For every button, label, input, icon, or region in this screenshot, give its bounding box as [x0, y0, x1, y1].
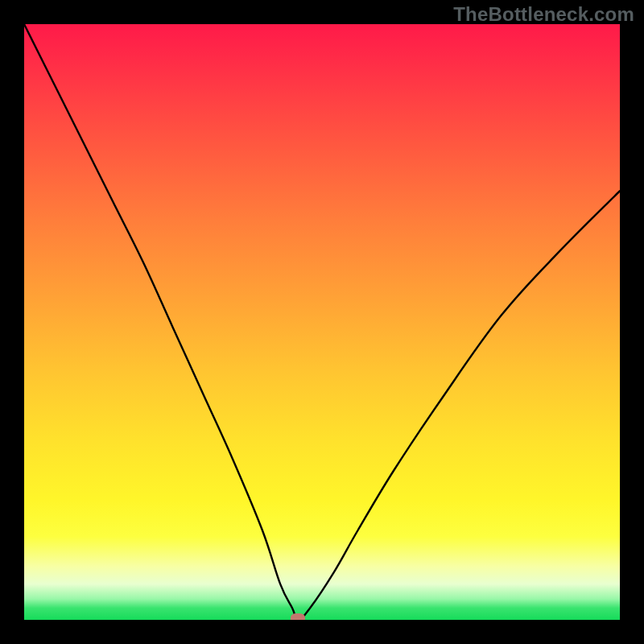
optimal-point-marker — [291, 613, 305, 620]
watermark-text: TheBottleneck.com — [453, 3, 634, 26]
chart-plot-area — [24, 24, 620, 620]
bottleneck-curve — [24, 24, 620, 620]
